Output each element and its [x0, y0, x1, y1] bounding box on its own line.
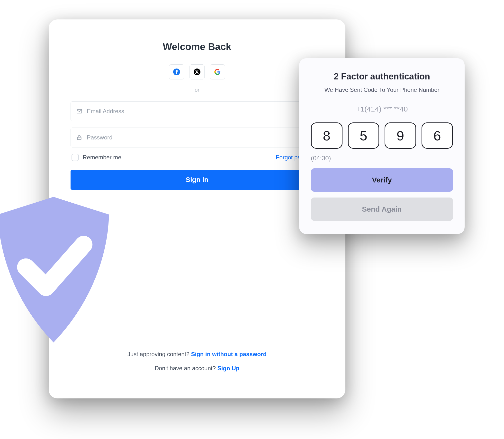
facebook-login-button[interactable] [169, 64, 184, 79]
password-input[interactable] [87, 134, 318, 141]
lock-icon [76, 134, 82, 141]
verify-button[interactable]: Verify [311, 168, 453, 192]
code-digit-1[interactable]: 8 [311, 122, 342, 149]
code-input-row: 8 5 9 6 [311, 122, 453, 149]
login-title: Welcome Back [63, 41, 331, 52]
code-digit-2[interactable]: 5 [348, 122, 379, 149]
signin-without-password-link[interactable]: Sign in without a password [191, 351, 267, 357]
twofa-phone-masked: +1(414) *** **40 [311, 105, 453, 113]
email-input[interactable] [87, 108, 318, 115]
twofa-card: 2 Factor authentication We Have Sent Cod… [299, 58, 465, 234]
countdown-timer: (04:30) [311, 155, 453, 162]
remember-label: Remember me [83, 154, 121, 161]
code-digit-4[interactable]: 6 [422, 122, 453, 149]
social-login-row [63, 64, 331, 79]
remember-forgot-row: Remember me Forgot password? [71, 154, 323, 161]
send-again-button[interactable]: Send Again [311, 197, 453, 221]
signup-link[interactable]: Sign Up [218, 365, 240, 371]
email-field-wrap [71, 101, 323, 121]
twofa-subtitle: We Have Sent Code To Your Phone Number [311, 86, 453, 93]
x-icon [194, 69, 200, 75]
login-form: Remember me Forgot password? Sign in [63, 101, 331, 190]
facebook-icon [173, 69, 180, 75]
google-login-button[interactable] [210, 64, 225, 79]
divider-or: or [71, 87, 323, 93]
svg-rect-3 [77, 137, 81, 140]
x-login-button[interactable] [190, 64, 205, 79]
remember-me: Remember me [72, 154, 121, 161]
signup-text: Don't have an account? [155, 365, 218, 371]
twofa-title: 2 Factor authentication [311, 72, 453, 82]
signin-button[interactable]: Sign in [71, 170, 323, 190]
google-icon [214, 69, 221, 75]
divider-label: or [194, 87, 199, 93]
signup-line: Don't have an account? Sign Up [49, 365, 345, 372]
login-footer: Just approving content? Sign in without … [49, 351, 345, 379]
password-field-wrap [71, 128, 323, 147]
code-digit-3[interactable]: 9 [385, 122, 416, 149]
approver-text: Just approving content? [128, 351, 191, 357]
remember-checkbox[interactable] [72, 154, 79, 161]
mail-icon [76, 108, 82, 114]
approver-line: Just approving content? Sign in without … [49, 351, 345, 358]
